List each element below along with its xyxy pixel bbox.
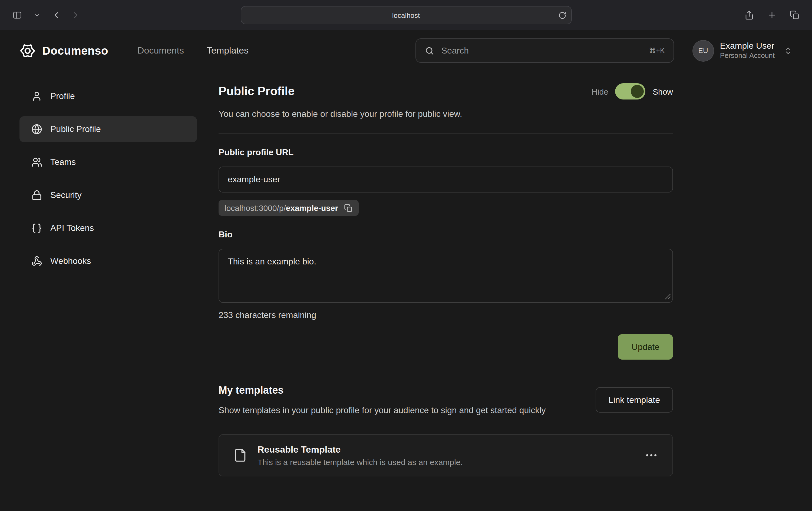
account-type: Personal Account: [720, 52, 775, 61]
url-preview-pill: localhost:3000/p/example-user: [219, 200, 359, 216]
settings-sidebar: Profile Public Profile Teams: [20, 83, 197, 511]
lock-icon: [31, 190, 42, 201]
toolbar-options-button[interactable]: [28, 6, 46, 24]
sidebar-item-label: Teams: [50, 157, 76, 167]
update-row: Update: [219, 334, 673, 360]
avatar[interactable]: EU: [692, 40, 714, 61]
visibility-toggle-group: Hide Show: [591, 83, 673, 99]
page-title: Public Profile: [219, 84, 295, 98]
account-name: Example User: [720, 41, 775, 52]
plus-icon: [767, 10, 777, 20]
template-info: Reusable Template This is a reusable tem…: [258, 444, 463, 467]
share-icon: [744, 10, 754, 20]
search-shortcut: ⌘+K: [649, 47, 665, 55]
bio-section-label: Bio: [219, 230, 673, 240]
sidebar-item-api-tokens[interactable]: API Tokens: [20, 215, 197, 241]
page-subtitle: You can choose to enable or disable your…: [219, 109, 673, 119]
address-bar[interactable]: localhost: [240, 6, 572, 24]
profile-visibility-toggle[interactable]: [615, 83, 646, 99]
chevrons-up-down-icon: [784, 46, 792, 55]
url-preview-text: localhost:3000/p/example-user: [225, 203, 338, 212]
file-icon: [233, 448, 247, 462]
webhook-icon: [31, 256, 42, 267]
template-card: Reusable Template This is a reusable tem…: [219, 434, 673, 476]
sidebar-item-label: Security: [50, 190, 82, 200]
account-menu[interactable]: EU Example User Personal Account: [692, 40, 792, 61]
templates-title: My templates: [219, 385, 546, 396]
templates-header-text: My templates Show templates in your publ…: [219, 385, 546, 416]
tab-overview-button[interactable]: [786, 6, 803, 24]
url-preview-prefix: localhost:3000/p/: [225, 203, 286, 212]
template-name: Reusable Template: [258, 444, 463, 455]
toggle-show-label: Show: [653, 87, 673, 96]
search-box[interactable]: ⌘+K: [415, 38, 674, 63]
sidebar-item-label: Public Profile: [50, 124, 101, 134]
update-button[interactable]: Update: [618, 334, 673, 360]
nav-documents[interactable]: Documents: [137, 45, 184, 56]
reload-icon[interactable]: [558, 11, 566, 19]
chevron-left-icon: [51, 10, 61, 20]
tabs-icon: [790, 10, 800, 20]
public-profile-url-input[interactable]: [219, 167, 673, 192]
browser-chrome: localhost: [0, 0, 812, 30]
chevron-right-icon: [71, 10, 81, 20]
sidebar-item-security[interactable]: Security: [20, 182, 197, 208]
sidebar-item-label: Webhooks: [50, 256, 91, 266]
bio-wrap: This is an example bio.: [219, 249, 673, 303]
sidebar-item-public-profile[interactable]: Public Profile: [20, 116, 197, 142]
share-button[interactable]: [741, 6, 758, 24]
resize-grip-icon[interactable]: [665, 294, 671, 300]
link-template-button[interactable]: Link template: [596, 387, 673, 413]
toggle-hide-label: Hide: [591, 87, 608, 96]
braces-icon: [31, 223, 42, 234]
brand[interactable]: Documenso: [20, 42, 108, 59]
screen: localhost: [0, 0, 812, 511]
url-text: localhost: [392, 11, 420, 19]
copy-url-button[interactable]: [344, 204, 353, 212]
app: Documenso Documents Templates ⌘+K EU Exa…: [0, 30, 812, 511]
chevron-down-icon: [34, 12, 40, 18]
title-row: Public Profile Hide Show: [219, 83, 673, 99]
nav-templates[interactable]: Templates: [207, 45, 249, 56]
search-input[interactable]: [440, 45, 643, 56]
browser-window-controls: [741, 6, 803, 24]
bio-textarea[interactable]: This is an example bio.: [219, 249, 673, 303]
documenso-logo-icon: [20, 42, 36, 59]
users-icon: [31, 157, 42, 168]
settings-layout: Profile Public Profile Teams: [0, 71, 812, 511]
sidebar-item-webhooks[interactable]: Webhooks: [20, 248, 197, 274]
back-button[interactable]: [48, 6, 65, 24]
user-icon: [31, 91, 42, 102]
account-text: Example User Personal Account: [720, 41, 775, 61]
template-more-options-button[interactable]: [644, 448, 658, 462]
globe-icon: [31, 124, 42, 134]
panel-left-icon: [12, 10, 22, 20]
sidebar-item-label: API Tokens: [50, 223, 94, 233]
templates-header: My templates Show templates in your publ…: [219, 385, 673, 416]
browser-nav-controls: [9, 6, 84, 24]
characters-remaining: 233 characters remaining: [219, 310, 673, 320]
sidebar-item-label: Profile: [50, 91, 75, 101]
public-profile-panel: Public Profile Hide Show You can choose …: [219, 83, 673, 511]
sidebar-item-profile[interactable]: Profile: [20, 83, 197, 109]
divider: [219, 133, 673, 133]
search-icon: [425, 46, 434, 55]
new-tab-button[interactable]: [763, 6, 781, 24]
app-header: Documenso Documents Templates ⌘+K EU Exa…: [0, 30, 812, 71]
url-preview-row: localhost:3000/p/example-user: [219, 200, 673, 216]
templates-description: Show templates in your public profile fo…: [219, 404, 546, 416]
toggle-knob: [631, 85, 644, 98]
sidebar-toggle-button[interactable]: [9, 6, 26, 24]
url-preview-slug: example-user: [286, 203, 338, 212]
sidebar-item-teams[interactable]: Teams: [20, 149, 197, 175]
main-nav: Documents Templates: [137, 45, 249, 56]
brand-name: Documenso: [42, 44, 108, 57]
forward-button[interactable]: [67, 6, 84, 24]
template-description: This is a reusable template which is use…: [258, 457, 463, 467]
url-section-label: Public profile URL: [219, 148, 673, 157]
